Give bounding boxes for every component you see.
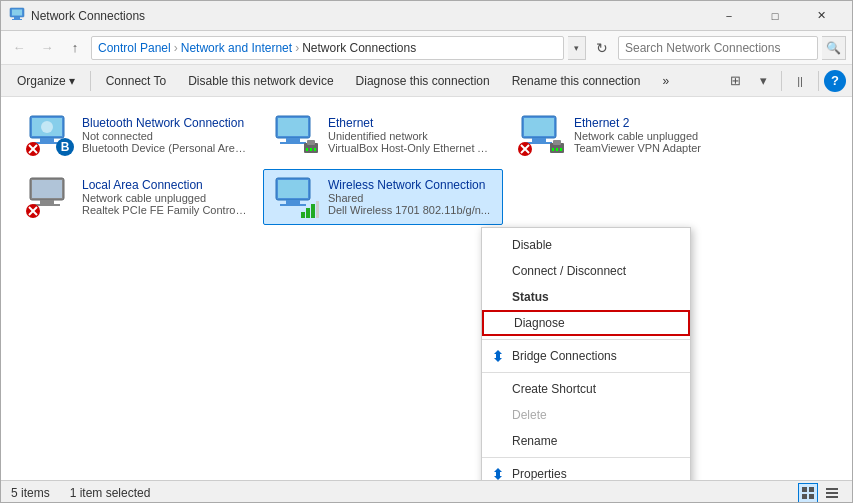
rename-label: Rename this connection — [512, 74, 641, 88]
ctx-delete[interactable]: Delete — [482, 402, 690, 428]
svg-text:B: B — [61, 140, 70, 154]
svg-rect-24 — [524, 118, 554, 136]
view-dropdown-button[interactable]: ▾ — [750, 68, 776, 94]
change-view-button[interactable]: ⊞ — [722, 68, 748, 94]
large-icons-view-button[interactable] — [798, 483, 818, 503]
svg-rect-16 — [286, 138, 300, 142]
connect-to-label: Connect To — [106, 74, 167, 88]
svg-rect-30 — [556, 148, 558, 151]
svg-rect-3 — [12, 19, 22, 20]
svg-rect-47 — [306, 208, 310, 218]
svg-rect-37 — [40, 200, 54, 204]
up-button[interactable]: ↑ — [63, 36, 87, 60]
main-content: B Bluetooth Network Connection Not conne… — [1, 97, 852, 480]
network-item-ethernet2[interactable]: Ethernet 2 Network cable unplugged TeamV… — [509, 107, 749, 163]
svg-rect-2 — [14, 17, 20, 19]
network-item-bluetooth[interactable]: B Bluetooth Network Connection Not conne… — [17, 107, 257, 163]
wireless-signal-icon — [300, 200, 320, 218]
ctx-connect-disconnect[interactable]: Connect / Disconnect — [482, 258, 690, 284]
maximize-button[interactable]: □ — [752, 1, 798, 31]
ctx-connect-disconnect-label: Connect / Disconnect — [512, 264, 626, 278]
wireless-status: Shared — [328, 192, 494, 204]
search-icon[interactable]: 🔍 — [822, 36, 846, 60]
svg-rect-49 — [316, 201, 319, 218]
toolbar: Organize ▾ Connect To Disable this netwo… — [1, 65, 852, 97]
svg-rect-56 — [826, 496, 838, 498]
lan-info: Local Area Connection Network cable unpl… — [82, 178, 248, 216]
wireless-info: Wireless Network Connection Shared Dell … — [328, 178, 494, 216]
organize-button[interactable]: Organize ▾ — [7, 68, 85, 94]
minimize-button[interactable]: − — [706, 1, 752, 31]
lan-icon-container — [26, 176, 74, 218]
view-controls — [798, 483, 842, 503]
rename-button[interactable]: Rename this connection — [502, 68, 651, 94]
hide-pane-button[interactable]: || — [787, 68, 813, 94]
ctx-separator-3 — [482, 457, 690, 458]
ctx-disable[interactable]: Disable — [482, 232, 690, 258]
breadcrumb-network-internet[interactable]: Network and Internet — [181, 41, 292, 55]
ctx-separator-2 — [482, 372, 690, 373]
window-icon — [9, 6, 25, 25]
ethernet-detail: VirtualBox Host-Only Ethernet Ad... — [328, 142, 494, 154]
svg-rect-51 — [809, 487, 814, 492]
ctx-properties[interactable]: Properties — [482, 461, 690, 480]
selected-count: 1 item selected — [70, 486, 151, 500]
disable-network-button[interactable]: Disable this network device — [178, 68, 343, 94]
search-input[interactable] — [618, 36, 818, 60]
svg-rect-20 — [306, 148, 308, 151]
breadcrumb-control-panel[interactable]: Control Panel — [98, 41, 171, 55]
ctx-bridge-connections[interactable]: Bridge Connections — [482, 343, 690, 369]
disabled-x-icon-ethernet2 — [518, 142, 532, 156]
network-item-ethernet[interactable]: Ethernet Unidentified network VirtualBox… — [263, 107, 503, 163]
ctx-separator-1 — [482, 339, 690, 340]
ctx-diagnose[interactable]: Diagnose — [482, 310, 690, 336]
breadcrumb-current: Network Connections — [302, 41, 416, 55]
ctx-delete-label: Delete — [512, 408, 547, 422]
ctx-diagnose-label: Diagnose — [514, 316, 565, 330]
details-view-button[interactable] — [822, 483, 842, 503]
address-bar: ← → ↑ Control Panel › Network and Intern… — [1, 31, 852, 65]
close-button[interactable]: ✕ — [798, 1, 844, 31]
more-label: » — [662, 74, 669, 88]
ethernet2-icon-container — [518, 114, 566, 156]
ctx-rename[interactable]: Rename — [482, 428, 690, 454]
svg-rect-36 — [32, 180, 62, 198]
network-item-lan[interactable]: Local Area Connection Network cable unpl… — [17, 169, 257, 225]
ctx-create-shortcut-label: Create Shortcut — [512, 382, 596, 396]
svg-rect-43 — [278, 180, 308, 198]
connect-to-button[interactable]: Connect To — [96, 68, 177, 94]
svg-rect-6 — [40, 138, 54, 142]
wireless-icon-container — [272, 176, 320, 218]
lan-detail: Realtek PCIe FE Family Controller — [82, 204, 248, 216]
ctx-create-shortcut[interactable]: Create Shortcut — [482, 376, 690, 402]
more-button[interactable]: » — [652, 68, 679, 94]
window-title: Network Connections — [31, 9, 706, 23]
disabled-x-icon-lan — [26, 204, 40, 218]
ethernet-overlay-icon — [302, 138, 320, 156]
ethernet-status: Unidentified network — [328, 130, 494, 142]
svg-point-8 — [41, 121, 53, 133]
diagnose-button[interactable]: Diagnose this connection — [346, 68, 500, 94]
toolbar-separator-3 — [818, 71, 819, 91]
disabled-x-icon-bluetooth — [26, 142, 40, 156]
svg-rect-21 — [310, 148, 312, 151]
lan-status: Network cable unplugged — [82, 192, 248, 204]
bluetooth-info: Bluetooth Network Connection Not connect… — [82, 116, 248, 154]
network-item-wireless[interactable]: Wireless Network Connection Shared Dell … — [263, 169, 503, 225]
svg-rect-25 — [532, 138, 546, 142]
svg-rect-31 — [560, 148, 562, 151]
svg-rect-50 — [802, 487, 807, 492]
svg-rect-22 — [314, 148, 316, 151]
breadcrumb-dropdown[interactable]: ▾ — [568, 36, 586, 60]
wireless-name: Wireless Network Connection — [328, 178, 494, 192]
svg-rect-15 — [278, 118, 308, 136]
back-button[interactable]: ← — [7, 36, 31, 60]
svg-rect-1 — [12, 10, 22, 16]
ctx-status[interactable]: Status — [482, 284, 690, 310]
forward-button[interactable]: → — [35, 36, 59, 60]
refresh-button[interactable]: ↻ — [590, 36, 614, 60]
svg-rect-54 — [826, 488, 838, 490]
bluetooth-name: Bluetooth Network Connection — [82, 116, 248, 130]
help-button[interactable]: ? — [824, 70, 846, 92]
toolbar-separator-1 — [90, 71, 91, 91]
